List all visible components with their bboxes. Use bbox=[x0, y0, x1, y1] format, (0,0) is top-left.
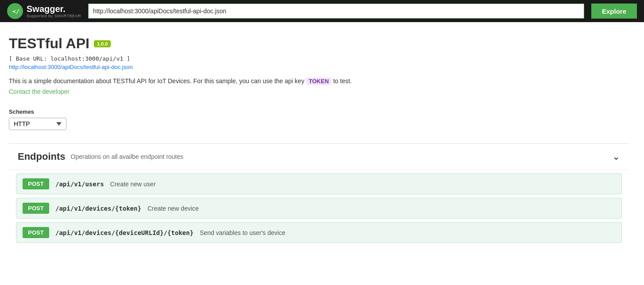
description-after: to test. bbox=[333, 77, 352, 85]
endpoint-row[interactable]: POST /api/v1/devices/{deviceURLId}/{toke… bbox=[16, 222, 622, 243]
endpoints-section: Endpoints Operations on all availbe endp… bbox=[9, 144, 629, 243]
contact-developer-link[interactable]: Contact the developer bbox=[9, 88, 629, 95]
api-url-input[interactable] bbox=[88, 4, 584, 19]
svg-text:</>: </> bbox=[12, 8, 20, 15]
api-title: TESTful API bbox=[9, 35, 89, 52]
endpoint-path: /api/v1/devices/{token} bbox=[55, 205, 141, 212]
endpoint-summary: Send variables to user's device bbox=[200, 229, 285, 236]
logo-area: </> Swagger. Supported by SMARTBEAR bbox=[7, 3, 81, 19]
schemes-select[interactable]: HTTP HTTPS bbox=[9, 118, 66, 130]
endpoints-header: Endpoints Operations on all availbe endp… bbox=[9, 144, 629, 170]
endpoints-title: Endpoints bbox=[18, 151, 66, 162]
explore-button[interactable]: Explore bbox=[591, 4, 637, 19]
api-description: This is a simple documentation about TES… bbox=[9, 77, 629, 85]
endpoints-title-group: Endpoints Operations on all availbe endp… bbox=[18, 151, 183, 162]
schemes-label: Schemes bbox=[9, 108, 629, 115]
endpoints-desc: Operations on all availbe endpoint route… bbox=[71, 153, 184, 160]
endpoint-row[interactable]: POST /api/v1/devices/{token} Create new … bbox=[16, 198, 622, 219]
api-title-row: TESTful API 1.0.0 bbox=[9, 35, 629, 52]
header: </> Swagger. Supported by SMARTBEAR Expl… bbox=[0, 0, 644, 22]
endpoint-summary: Create new user bbox=[110, 181, 156, 188]
method-badge-post: POST bbox=[23, 178, 49, 189]
method-badge-post: POST bbox=[23, 203, 49, 214]
main-content: TESTful API 1.0.0 [ Base URL: localhost:… bbox=[0, 22, 638, 255]
logo-text: Swagger. Supported by SMARTBEAR bbox=[27, 4, 81, 18]
method-badge-post: POST bbox=[23, 227, 49, 238]
base-url: [ Base URL: localhost:3000/api/v1 ] bbox=[9, 55, 629, 62]
chevron-down-icon[interactable]: ⌄ bbox=[612, 151, 620, 162]
description-before: This is a simple documentation about TES… bbox=[9, 77, 304, 85]
swagger-logo-icon: </> bbox=[7, 3, 23, 19]
swagger-name: Swagger. bbox=[27, 4, 81, 14]
endpoint-summary: Create new device bbox=[147, 205, 199, 212]
version-badge: 1.0.0 bbox=[94, 40, 111, 47]
endpoint-path: /api/v1/users bbox=[55, 181, 104, 188]
swagger-sub: Supported by SMARTBEAR bbox=[27, 14, 81, 18]
endpoint-path: /api/v1/devices/{deviceURLId}/{token} bbox=[55, 229, 194, 236]
api-doc-link[interactable]: http://localhost:3000/apiDocs/testful-ap… bbox=[9, 64, 629, 70]
endpoint-row[interactable]: POST /api/v1/users Create new user bbox=[16, 173, 622, 194]
token-highlight: TOKEN bbox=[306, 77, 331, 85]
